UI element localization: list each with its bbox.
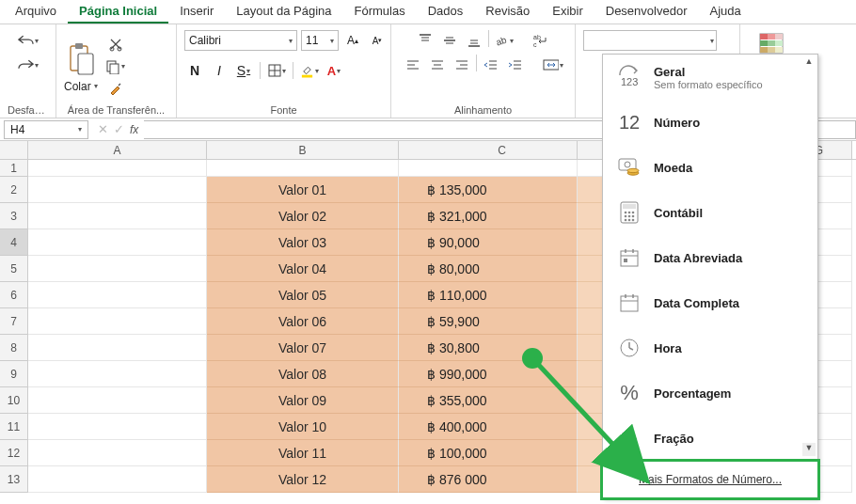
cell[interactable]: ฿ 990,000 xyxy=(399,361,578,387)
cell[interactable] xyxy=(28,361,207,387)
cell[interactable]: Valor 05 xyxy=(207,282,399,308)
col-header-C[interactable]: C xyxy=(399,141,578,159)
cell[interactable]: ฿ 30,800 xyxy=(399,335,578,361)
cell[interactable]: Valor 08 xyxy=(207,361,399,387)
nf-option-fracao[interactable]: ½ Fração xyxy=(603,416,817,459)
merge-center-button[interactable]: ▾ xyxy=(543,55,563,75)
cell[interactable]: ฿ 90,000 xyxy=(399,229,578,256)
scroll-down-icon[interactable]: ▼ xyxy=(802,443,816,456)
row-header[interactable]: 1 xyxy=(0,160,28,177)
cell[interactable] xyxy=(28,203,207,229)
row-header[interactable]: 10 xyxy=(0,387,28,414)
cancel-formula-icon[interactable]: ✕ xyxy=(98,122,108,136)
cell[interactable]: Valor 03 xyxy=(207,229,399,256)
nf-option-data-abreviada[interactable]: Data Abreviada xyxy=(603,235,817,280)
font-color-button[interactable]: A ▾ xyxy=(324,60,344,81)
cell[interactable]: ฿ 80,000 xyxy=(399,256,578,282)
cell[interactable]: Valor 02 xyxy=(207,203,399,229)
nf-option-geral[interactable]: 123 Geral Sem formato específico xyxy=(603,55,817,100)
row-header[interactable]: 11 xyxy=(0,414,28,440)
nf-option-porcentagem[interactable]: % Porcentagem xyxy=(603,370,817,416)
cell[interactable]: Valor 12 xyxy=(207,466,399,493)
cell[interactable]: ฿ 355,000 xyxy=(399,387,578,414)
cell[interactable] xyxy=(399,160,578,177)
align-left-button[interactable] xyxy=(403,55,423,75)
row-header[interactable]: 5 xyxy=(0,256,28,282)
row-header[interactable]: 13 xyxy=(0,466,28,493)
cell[interactable]: Valor 11 xyxy=(207,440,399,466)
row-header[interactable]: 2 xyxy=(0,177,28,203)
select-all-corner[interactable] xyxy=(0,141,28,159)
tab-pagina-inicial[interactable]: Página Inicial xyxy=(68,0,168,24)
orientation-button[interactable]: ab▾ xyxy=(493,30,514,51)
cell[interactable] xyxy=(28,466,207,493)
align-middle-button[interactable] xyxy=(439,30,460,51)
cell[interactable] xyxy=(28,387,207,414)
number-format-select[interactable]: ▾ xyxy=(583,30,717,51)
format-painter-button[interactable] xyxy=(105,79,126,100)
nf-option-numero[interactable]: 12 Número xyxy=(603,100,817,145)
tab-revisao[interactable]: Revisão xyxy=(474,0,541,24)
cell[interactable]: ฿ 876 000 xyxy=(399,466,578,493)
align-right-button[interactable] xyxy=(452,55,472,75)
cell[interactable] xyxy=(28,177,207,203)
nf-option-contabil[interactable]: Contábil xyxy=(603,190,817,235)
row-header[interactable]: 7 xyxy=(0,308,28,335)
font-size-select[interactable]: 11 ▾ xyxy=(301,30,339,51)
fill-color-button[interactable]: ▾ xyxy=(299,60,320,81)
decrease-indent-button[interactable] xyxy=(481,55,501,75)
cell[interactable]: ฿ 400,000 xyxy=(399,414,578,440)
bold-button[interactable]: N xyxy=(184,60,205,81)
undo-button[interactable]: ▾ xyxy=(18,30,39,51)
cell[interactable] xyxy=(28,414,207,440)
nf-option-moeda[interactable]: Moeda xyxy=(603,145,817,190)
row-header[interactable]: 4 xyxy=(0,229,28,256)
paste-icon[interactable] xyxy=(65,40,97,78)
cell[interactable]: ฿ 100,000 xyxy=(399,440,578,466)
cell[interactable]: Valor 06 xyxy=(207,308,399,335)
tab-exibir[interactable]: Exibir xyxy=(541,0,594,24)
underline-button[interactable]: S▾ xyxy=(233,60,254,81)
cell[interactable]: Valor 09 xyxy=(207,387,399,414)
align-top-button[interactable] xyxy=(415,30,436,51)
nf-option-hora[interactable]: Hora xyxy=(603,325,817,370)
tab-inserir[interactable]: Inserir xyxy=(168,0,225,24)
align-center-button[interactable] xyxy=(427,55,448,75)
row-header[interactable]: 6 xyxy=(0,282,28,308)
row-header[interactable]: 9 xyxy=(0,361,28,387)
tab-layout[interactable]: Layout da Página xyxy=(225,0,342,24)
nf-more-formats[interactable]: Mais Formatos de Número... xyxy=(600,459,820,500)
decrease-font-button[interactable]: A▾ xyxy=(367,30,388,51)
cell[interactable]: Valor 07 xyxy=(207,335,399,361)
row-header[interactable]: 8 xyxy=(0,335,28,361)
borders-button[interactable]: ▾ xyxy=(266,60,287,81)
increase-font-button[interactable]: A▴ xyxy=(342,30,363,51)
cell[interactable] xyxy=(28,335,207,361)
paste-button[interactable]: Colar ▾ xyxy=(64,80,98,93)
cell[interactable] xyxy=(28,160,207,177)
nf-option-data-completa[interactable]: Data Completa xyxy=(603,280,817,325)
font-name-select[interactable]: Calibri ▾ xyxy=(184,30,297,51)
cell[interactable]: ฿ 321,000 xyxy=(399,203,578,229)
redo-button[interactable]: ▾ xyxy=(18,55,39,75)
cell[interactable] xyxy=(28,256,207,282)
cell[interactable] xyxy=(28,440,207,466)
row-header[interactable]: 3 xyxy=(0,203,28,229)
cell[interactable]: ฿ 59,900 xyxy=(399,308,578,335)
name-box[interactable]: H4 ▾ xyxy=(4,120,88,139)
cell[interactable]: ฿ 135,000 xyxy=(399,177,578,203)
col-header-B[interactable]: B xyxy=(207,141,399,159)
italic-button[interactable]: I xyxy=(209,60,230,81)
increase-indent-button[interactable] xyxy=(505,55,526,75)
tab-dados[interactable]: Dados xyxy=(417,0,475,24)
wrap-text-button[interactable]: abc xyxy=(531,30,551,51)
row-header[interactable]: 12 xyxy=(0,440,28,466)
cell[interactable] xyxy=(207,160,399,177)
tab-ajuda[interactable]: Ajuda xyxy=(698,0,752,24)
align-bottom-button[interactable] xyxy=(464,30,484,51)
tab-formulas[interactable]: Fórmulas xyxy=(343,0,417,24)
scroll-up-icon[interactable]: ▲ xyxy=(802,56,816,70)
tab-desenvolvedor[interactable]: Desenvolvedor xyxy=(594,0,699,24)
cell[interactable] xyxy=(28,308,207,335)
cut-button[interactable] xyxy=(105,34,126,55)
